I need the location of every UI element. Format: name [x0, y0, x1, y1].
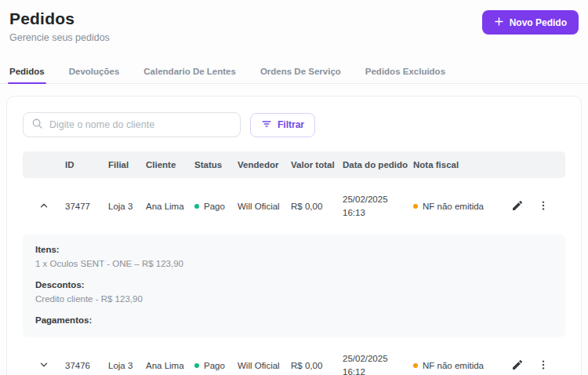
order-filial: Loja 3 [105, 361, 143, 370]
nf-label: NF não emitida [423, 361, 484, 370]
expand-row-button[interactable] [23, 359, 62, 372]
order-data-pedido: 25/02/2025 16:12 [339, 352, 410, 375]
filter-button-label: Filtrar [278, 119, 304, 130]
row-menu-button[interactable] [538, 199, 549, 214]
order-valor-total: R$ 0,00 [288, 202, 339, 211]
status-label: Pago [204, 361, 225, 370]
plus-icon [494, 16, 504, 29]
header-nota-fiscal: Nota fiscal [410, 160, 500, 169]
order-details-panel: Itens: 1 x Oculos SENT - ONE – R$ 123,90… [23, 235, 565, 337]
header-id: ID [62, 160, 105, 169]
filter-row: Filtrar [23, 112, 565, 137]
order-nota-fiscal: NF não emitida [410, 202, 500, 211]
tab-calendario-de-lentes[interactable]: Calendario De Lentes [142, 62, 238, 83]
header-cliente: Cliente [143, 160, 191, 169]
orders-table: ID Filial Cliente Status Vendedor Valor … [23, 151, 565, 375]
descontos-label: Descontos: [35, 280, 553, 289]
kebab-menu-icon [538, 199, 549, 214]
tab-pedidos-excluidos[interactable]: Pedidos Excluidos [364, 62, 447, 83]
filter-button[interactable]: Filtrar [250, 113, 315, 137]
row-menu-button[interactable] [538, 359, 549, 373]
table-row-37476: 37476 Loja 3 Ana Lima Pago Will Oficial … [23, 337, 565, 375]
orders-card: Filtrar ID Filial Cliente Status Vendedo… [6, 96, 582, 375]
edit-order-button[interactable] [511, 199, 524, 214]
filter-icon [261, 118, 272, 132]
chevron-down-icon [38, 359, 49, 372]
order-date: 25/02/2025 [343, 352, 410, 366]
header-valor-total: Valor total [288, 160, 339, 169]
order-vendedor: Will Oficial [234, 202, 288, 211]
order-vendedor: Will Oficial [234, 361, 288, 370]
tab-ordens-de-servico[interactable]: Ordens De Serviço [259, 62, 343, 83]
client-search-box[interactable] [23, 112, 241, 137]
tab-pedidos[interactable]: Pedidos [8, 62, 46, 83]
page-header: Pedidos Gerencie seus pedidos Novo Pedid… [0, 0, 588, 43]
order-cliente: Ana Lima [143, 202, 191, 211]
order-filial: Loja 3 [105, 202, 143, 211]
itens-label: Itens: [35, 245, 553, 254]
nf-label: NF não emitida [423, 202, 484, 211]
new-order-button-label: Novo Pedido [510, 17, 567, 28]
chevron-up-icon [38, 200, 49, 213]
order-status: Pago [191, 202, 234, 211]
table-header-row: ID Filial Cliente Status Vendedor Valor … [23, 151, 565, 178]
order-time: 16:12 [343, 366, 410, 375]
header-status: Status [191, 160, 234, 169]
nf-warning-dot-icon [413, 204, 418, 209]
order-data-pedido: 25/02/2025 16:13 [339, 193, 410, 219]
status-paid-dot-icon [194, 204, 199, 209]
status-label: Pago [204, 202, 225, 211]
order-status: Pago [191, 361, 234, 370]
tab-devolucoes[interactable]: Devoluções [67, 62, 122, 83]
header-filial: Filial [105, 160, 143, 169]
edit-order-button[interactable] [511, 359, 524, 373]
tab-bar: Pedidos Devoluções Calendario De Lentes … [0, 62, 588, 84]
collapse-row-button[interactable] [23, 200, 62, 213]
order-nota-fiscal: NF não emitida [410, 361, 500, 370]
order-cliente: Ana Lima [143, 361, 191, 370]
status-paid-dot-icon [194, 363, 199, 368]
pencil-icon [511, 359, 524, 373]
new-order-button[interactable]: Novo Pedido [482, 10, 579, 35]
pencil-icon [511, 199, 524, 214]
client-search-input[interactable] [49, 119, 232, 130]
itens-value: 1 x Oculos SENT - ONE – R$ 123,90 [35, 259, 553, 268]
descontos-value: Credito cliente - R$ 123,90 [35, 294, 553, 304]
header-data-do-pedido: Data do pedido [339, 160, 410, 169]
pagamentos-label: Pagamentos: [35, 315, 553, 325]
order-id: 37477 [62, 202, 105, 211]
header-vendedor: Vendedor [234, 160, 288, 169]
kebab-menu-icon [538, 359, 549, 373]
order-time: 16:13 [343, 206, 410, 220]
order-valor-total: R$ 0,00 [288, 361, 339, 370]
nf-warning-dot-icon [413, 363, 418, 368]
row-actions [500, 199, 565, 214]
row-actions [500, 359, 565, 373]
order-id: 37476 [62, 361, 105, 370]
order-date: 25/02/2025 [343, 193, 410, 206]
table-row-37477: 37477 Loja 3 Ana Lima Pago Will Oficial … [23, 178, 565, 235]
search-icon [31, 118, 43, 133]
